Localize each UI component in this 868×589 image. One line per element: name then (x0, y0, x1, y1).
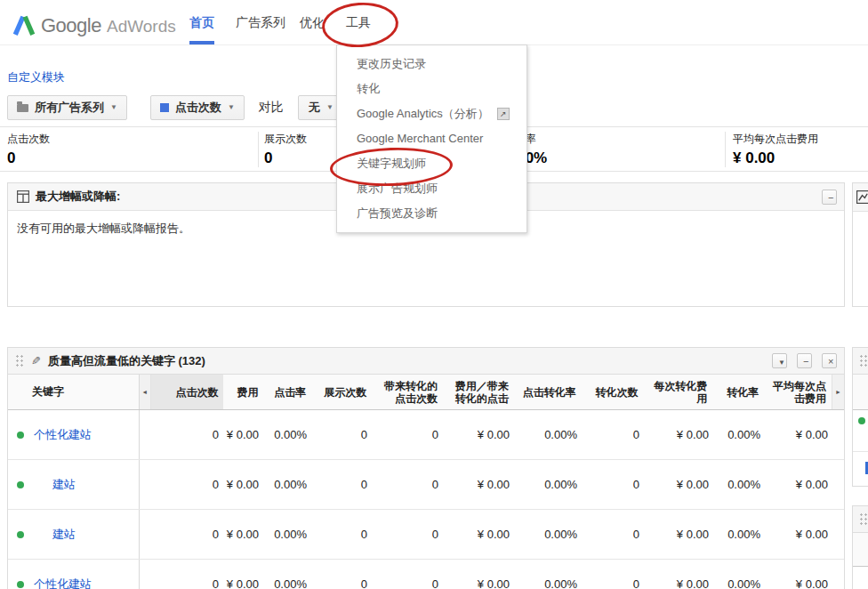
metric-cell: ¥ 0.00 (645, 560, 714, 589)
google-wordmark: Google (41, 14, 101, 37)
nav-item-优化[interactable]: 优化 (300, 15, 325, 31)
scroll-columns-right-icon[interactable]: ► (832, 375, 844, 409)
minimize-panel-button[interactable]: − (822, 190, 837, 205)
keyword-link[interactable]: 个性化建站 (34, 427, 92, 443)
metric-cell: 0 (140, 510, 224, 559)
column-header[interactable]: 费用 (223, 375, 263, 409)
menu-item[interactable]: 关键字规划师 (337, 151, 526, 176)
metric-cell: ¥ 0.00 (444, 460, 515, 509)
folder-icon (17, 104, 28, 112)
chevron-down-icon: ▼ (326, 104, 334, 111)
metric-cell: ¥ 0.00 (444, 560, 515, 589)
drag-handle-icon[interactable] (15, 354, 24, 368)
keyword-table-title: 质量高但流量低的关键字 (132) (48, 353, 205, 369)
metric-color-chip (160, 103, 169, 112)
metric-cell: 0 (373, 410, 444, 459)
metric-cell: ¥ 0.00 (224, 460, 264, 509)
metric-cell: ¥ 0.00 (444, 410, 515, 459)
stat-column: 点击次数0 (7, 132, 50, 169)
column-header[interactable]: 费用／带来转化的点击 (443, 375, 514, 409)
line-chart-icon (856, 190, 868, 204)
external-link-icon: ↗ (497, 108, 510, 120)
stat-value: ¥ 0.00 (733, 149, 818, 167)
right-table-panel (852, 347, 868, 487)
metric-cell: ¥ 0.00 (224, 510, 264, 559)
drag-handle-icon[interactable] (859, 512, 868, 527)
campaign-filter-button[interactable]: 所有广告系列 ▼ (7, 95, 127, 120)
metric-cell: 0 (373, 460, 444, 509)
biggest-changes-title: 最大增幅或降幅: (36, 189, 120, 205)
menu-item-label: 关键字规划师 (357, 151, 426, 176)
keyword-table-body: 个性化建站0¥ 0.000.00%00¥ 0.000.00%0¥ 0.000.0… (8, 410, 844, 589)
metric-cell: ¥ 0.00 (766, 460, 833, 509)
keyword-cell: 个性化建站 (8, 410, 140, 459)
column-header[interactable]: 平均每次点击费用 (764, 375, 832, 409)
status-dot-icon (17, 581, 24, 588)
menu-item-label: Google Analytics（分析） (357, 101, 489, 126)
metric-cell: ¥ 0.00 (766, 560, 833, 589)
metric-cell: 0 (312, 460, 373, 509)
nav-item-广告系列[interactable]: 广告系列 (236, 15, 285, 31)
metric-cell: 0 (583, 510, 645, 559)
customize-modules-link[interactable]: 自定义模块 (7, 69, 65, 85)
panel-menu-button[interactable]: ▼ (772, 353, 787, 368)
close-panel-button[interactable]: × (822, 353, 837, 368)
metric-cell: 0.00% (714, 510, 766, 559)
metric-cell: 0.00% (264, 560, 312, 589)
column-header[interactable]: 每次转化费用 (643, 375, 712, 409)
keyword-link[interactable]: 个性化建站 (34, 577, 92, 589)
stat-column: 平均每次点击费用¥ 0.00 (725, 132, 818, 167)
metric-cell: 0.00% (515, 460, 583, 509)
metric-cell: 0.00% (264, 410, 312, 459)
metric-cell: 0.00% (714, 460, 766, 509)
drag-handle-icon[interactable] (859, 354, 868, 368)
menu-item[interactable]: 转化 (337, 77, 526, 101)
table-row: 建站0¥ 0.000.00%00¥ 0.000.00%0¥ 0.000.00%¥… (8, 460, 844, 510)
column-header[interactable]: 点击次数 (151, 375, 224, 409)
stat-value: 0 (7, 149, 50, 167)
metric-cell: ¥ 0.00 (645, 510, 714, 559)
metric-cell: 0 (140, 460, 224, 509)
keyword-link[interactable]: 建站 (52, 477, 76, 493)
column-header[interactable]: 转化次数 (582, 375, 644, 409)
stat-column: 展示次数0 (258, 132, 307, 167)
nav-item-工具[interactable]: 工具 (346, 15, 371, 31)
menu-item-label: Google Merchant Center (357, 126, 483, 151)
keyword-link[interactable]: 建站 (52, 527, 76, 543)
minimize-panel-button[interactable]: − (797, 353, 812, 368)
metric-cell: 0 (140, 410, 224, 459)
edit-pencil-icon[interactable]: ✎ (31, 354, 41, 367)
column-header[interactable]: 带来转化的点击次数 (372, 375, 443, 409)
metric-cell: 0 (373, 510, 444, 559)
menu-item[interactable]: Google Analytics（分析）↗ (337, 101, 526, 126)
menu-item[interactable]: 展示广告规划师 (337, 176, 526, 201)
adwords-logo[interactable]: Google AdWords (12, 9, 176, 37)
column-header[interactable]: 点击率 (263, 375, 311, 409)
menu-item[interactable]: Google Merchant Center (337, 126, 526, 151)
menu-item-label: 转化 (357, 77, 380, 101)
scroll-columns-left-icon[interactable]: ◄ (140, 375, 151, 409)
column-header[interactable]: 点击转化率 (514, 375, 582, 409)
menu-item[interactable]: 更改历史记录 (337, 52, 526, 77)
metric-cell: 0.00% (515, 410, 583, 459)
metric-selector-button[interactable]: 点击次数 ▼ (150, 95, 245, 120)
metric-cell: ¥ 0.00 (645, 460, 714, 509)
keyword-cell: 建站 (8, 460, 140, 509)
metric-cell: 0.00% (515, 510, 583, 559)
metric-cell: 0 (583, 410, 645, 459)
table-row: 建站0¥ 0.000.00%00¥ 0.000.00%0¥ 0.000.00%¥… (8, 510, 844, 560)
stat-label: 平均每次点击费用 (733, 132, 818, 147)
menu-item[interactable]: 广告预览及诊断 (337, 201, 526, 226)
metric-cell: ¥ 0.00 (766, 510, 833, 559)
right-chart-panel (852, 182, 868, 307)
nav-item-首页[interactable]: 首页 (189, 15, 214, 31)
status-dot-icon (17, 531, 24, 538)
metric-cell: ¥ 0.00 (224, 560, 264, 589)
keyword-cell: 个性化建站 (8, 560, 140, 589)
menu-item-label: 广告预览及诊断 (357, 201, 438, 226)
column-header[interactable]: 转化率 (712, 375, 764, 409)
keyword-table-panel: ✎ 质量高但流量低的关键字 (132) ▼ − × 关键字◄点击次数费用点击率展… (7, 347, 845, 589)
table-row: 个性化建站0¥ 0.000.00%00¥ 0.000.00%0¥ 0.000.0… (8, 410, 844, 460)
top-bar: Google AdWords 首页广告系列优化工具 (0, 0, 868, 45)
column-header[interactable]: 展示次数 (311, 375, 372, 409)
